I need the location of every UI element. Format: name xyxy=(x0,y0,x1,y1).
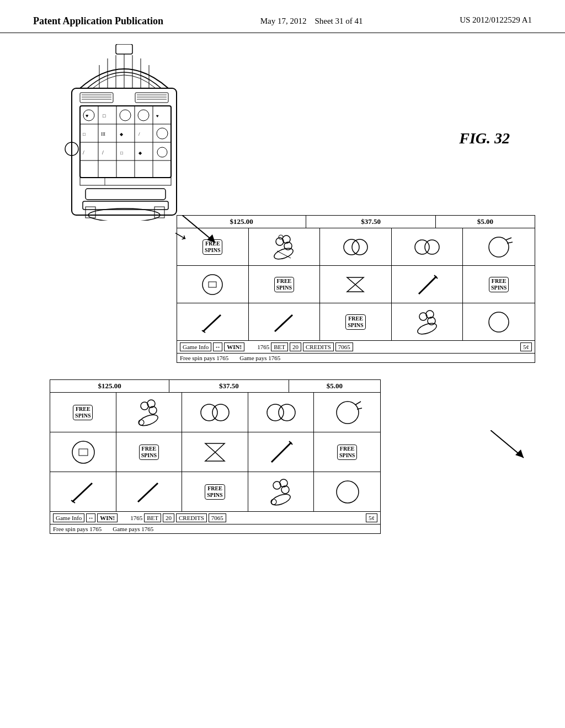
svg-marker-78 xyxy=(515,449,524,458)
top-game-info: Game Info xyxy=(180,342,211,351)
top-credit-1: $125.00 xyxy=(177,216,306,228)
svg-point-60 xyxy=(425,240,439,254)
svg-text:□: □ xyxy=(120,151,123,156)
svg-text:/: / xyxy=(138,131,140,137)
svg-line-71 xyxy=(275,315,292,331)
top-bet-val: 1765 xyxy=(257,344,269,350)
bottom-status-bar-1: Game Info ↔ WIN! 1765 BET 20 CREDITS 706… xyxy=(50,512,380,524)
btm-cell-r2c5: FREESPINS xyxy=(314,432,380,472)
svg-point-102 xyxy=(270,492,291,507)
svg-line-98 xyxy=(138,483,158,502)
svg-point-40 xyxy=(157,147,167,157)
top-arrow-icon: ↔ xyxy=(213,342,222,351)
btm-cell-r2c1 xyxy=(50,432,116,472)
top-credits-val: 7065 xyxy=(335,342,353,351)
svg-point-91 xyxy=(72,441,94,463)
bottom-arrow-icon: ↔ xyxy=(86,513,95,522)
top-game-screen: $125.00 $37.50 $5.00 FREESPINS xyxy=(177,215,535,363)
top-cell-r1c2 xyxy=(249,228,321,266)
top-bet-label: BET xyxy=(271,342,288,351)
svg-line-67 xyxy=(419,276,436,294)
svg-point-75 xyxy=(416,321,438,336)
btm-cell-r3c1 xyxy=(50,472,116,512)
top-cell-r3c1 xyxy=(177,303,249,341)
publication-date-sheet: May 17, 2012 Sheet 31 of 41 xyxy=(260,15,363,27)
svg-text:□: □ xyxy=(83,132,86,137)
svg-line-89 xyxy=(355,402,361,405)
bottom-credits-val: 7065 xyxy=(209,513,226,522)
svg-text:◆: ◆ xyxy=(120,132,124,137)
svg-line-62 xyxy=(506,238,511,240)
bottom-bet-num: 20 xyxy=(163,513,174,522)
svg-point-55 xyxy=(273,246,295,261)
svg-marker-93 xyxy=(205,443,225,461)
top-credits-label: CREDITS xyxy=(303,342,334,351)
publication-number: US 2012/0122529 A1 xyxy=(460,15,532,25)
btm-cell-r1c3 xyxy=(182,393,248,432)
svg-point-25 xyxy=(83,110,94,121)
svg-line-94 xyxy=(271,442,291,462)
bottom-game-screen: $125.00 $37.50 $5.00 FREESPINS xyxy=(50,379,381,534)
main-content: ♥ □ ♥ □ III ◆ / / / □ ◆ xyxy=(0,33,565,545)
svg-rect-13 xyxy=(135,93,168,103)
svg-rect-41 xyxy=(80,178,171,185)
bottom-reels-grid: FREESPINS xyxy=(50,393,380,512)
top-credit-3: $5.00 xyxy=(436,216,535,228)
top-bet-num: 20 xyxy=(290,342,301,351)
top-win-label: WIN! xyxy=(224,342,244,351)
svg-point-76 xyxy=(489,312,509,332)
svg-point-35 xyxy=(157,128,168,139)
top-cell-r1c1: FREESPINS xyxy=(177,228,249,266)
top-denom: 5¢ xyxy=(520,342,532,351)
top-credit-2: $37.50 xyxy=(306,216,435,228)
top-cell-r2c2: FREESPINS xyxy=(249,266,321,303)
btm-cell-r2c2: FREESPINS xyxy=(116,432,183,472)
top-cell-r2c5: FREESPINS xyxy=(463,266,535,303)
top-credit-header: $125.00 $37.50 $5.00 xyxy=(177,216,535,228)
svg-text:◆: ◆ xyxy=(138,151,142,156)
svg-point-61 xyxy=(489,237,509,257)
top-cell-r3c4 xyxy=(392,303,463,341)
btm-cell-r2c3 xyxy=(182,432,248,472)
top-free-spin-pays: Free spin pays 1765 xyxy=(180,355,228,361)
svg-text:□: □ xyxy=(103,113,106,119)
svg-marker-66 xyxy=(347,277,364,292)
bottom-free-spin-pays: Free spin pays 1765 xyxy=(53,526,102,532)
svg-point-104 xyxy=(337,481,359,503)
top-cell-r2c3 xyxy=(320,266,392,303)
svg-rect-92 xyxy=(79,449,88,456)
svg-text:/: / xyxy=(83,149,84,156)
bottom-credit-1: $125.00 xyxy=(50,380,169,392)
bottom-game-pays: Game pays 1765 xyxy=(113,526,153,532)
btm-cell-r3c3: FREESPINS xyxy=(182,472,248,512)
top-cell-r2c1 xyxy=(177,266,249,303)
bottom-credit-header: $125.00 $37.50 $5.00 xyxy=(50,380,380,393)
bottom-status-bar-2: Free spin pays 1765 Game pays 1765 xyxy=(50,524,380,533)
top-status-bar-2: Free spin pays 1765 Game pays 1765 xyxy=(177,354,535,362)
svg-text:♥: ♥ xyxy=(156,114,159,119)
svg-point-29 xyxy=(138,110,149,121)
svg-line-96 xyxy=(72,483,92,502)
svg-rect-65 xyxy=(209,282,216,287)
btm-cell-r1c1: FREESPINS xyxy=(50,393,116,432)
top-cell-r1c3 xyxy=(320,228,392,266)
arrow-down-right-2 xyxy=(491,430,535,463)
svg-point-82 xyxy=(138,413,159,427)
svg-point-57 xyxy=(344,239,359,255)
svg-text:/: / xyxy=(102,149,104,156)
svg-rect-0 xyxy=(72,88,177,215)
svg-point-64 xyxy=(202,275,222,295)
btm-cell-r3c5 xyxy=(314,472,380,512)
top-game-pays: Game pays 1765 xyxy=(239,355,280,361)
svg-rect-8 xyxy=(116,44,132,54)
svg-line-69 xyxy=(203,315,221,331)
top-status-bar-1: Game Info ↔ WIN! 1765 BET 20 CREDITS 706… xyxy=(177,341,535,354)
bottom-bet-label: BET xyxy=(144,513,161,522)
svg-point-28 xyxy=(120,110,131,121)
svg-point-87 xyxy=(279,404,295,421)
bottom-credits-label: CREDITS xyxy=(176,513,207,522)
btm-cell-r1c2 xyxy=(116,393,183,432)
bottom-game-info: Game Info xyxy=(53,513,84,522)
top-reels-grid: FREESPINS xyxy=(177,228,535,341)
top-cell-r3c5 xyxy=(463,303,535,341)
